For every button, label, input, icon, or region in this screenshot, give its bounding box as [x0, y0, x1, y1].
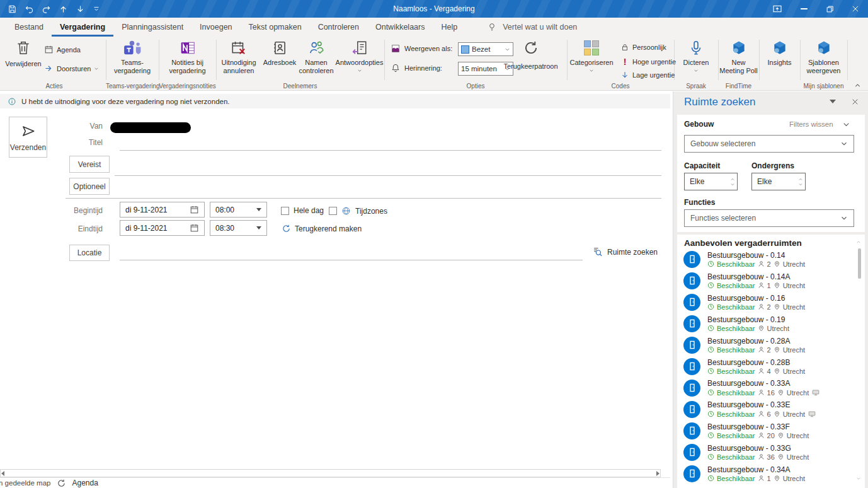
filters-wissen-button[interactable]: Filters wissen [789, 120, 833, 128]
tab-controleren[interactable]: Controleren [310, 18, 367, 37]
teams-vergadering-button[interactable]: Teams- vergadering [106, 40, 159, 76]
vereist-button[interactable]: Vereist [69, 156, 110, 173]
room-city: Utrecht [783, 475, 805, 482]
doorsturen-button[interactable]: Doorsturen [44, 64, 99, 73]
room-list-item[interactable]: Bestuursgebouw - 0.14A Beschikbaar 1 Utr… [677, 270, 856, 291]
move-up-icon[interactable] [59, 4, 68, 14]
verwijderen-button[interactable]: Verwijderen [4, 40, 43, 68]
hele-dag-checkbox[interactable]: Hele dag [281, 206, 324, 215]
room-list-item[interactable]: Bestuursgebouw - 0.19 Beschikbaar Utrech… [677, 313, 856, 334]
tab-planningassistent[interactable]: Planningassistent [113, 18, 191, 37]
save-icon[interactable] [8, 4, 17, 14]
vereist-input[interactable] [115, 175, 661, 176]
spinner-up-icon[interactable] [797, 177, 804, 182]
functies-select[interactable]: Functies selecteren [684, 209, 854, 227]
list-scrollbar-thumb[interactable] [858, 248, 861, 279]
list-scroll-down-button[interactable] [855, 476, 862, 481]
ondergrens-label: Ondergrens [751, 161, 794, 170]
dicteren-button[interactable]: Dicteren [674, 40, 718, 73]
begintijd-time-input[interactable]: 08:00 [210, 202, 267, 218]
eindtijd-date-input[interactable]: di 9-11-2021 [120, 220, 205, 236]
categoriseren-button[interactable]: Categoriseren [567, 40, 616, 73]
optioneel-input[interactable] [66, 198, 661, 199]
date-picker-icon[interactable] [190, 205, 199, 214]
notities-bij-vergadering-button[interactable]: Notities bij vergadering [159, 40, 216, 76]
room-list-item[interactable]: Bestuursgebouw - 0.33F Beschikbaar 20 Ut… [677, 420, 856, 441]
collapse-ribbon-button[interactable] [854, 82, 861, 89]
titel-input[interactable] [120, 150, 661, 151]
begintijd-date-input[interactable]: di 9-11-2021 [120, 202, 205, 218]
clock-icon [707, 282, 714, 289]
room-list-item[interactable]: Bestuursgebouw - 0.14 Beschikbaar 2 Utre… [677, 248, 856, 270]
persoonlijk-button[interactable]: Persoonlijk [620, 43, 666, 52]
undo-icon[interactable] [25, 4, 34, 14]
room-list-item[interactable]: Bestuursgebouw - 0.33E Beschikbaar 6 Utr… [677, 398, 856, 420]
spinner-down-icon[interactable] [797, 182, 804, 187]
room-list-item[interactable]: Bestuursgebouw - 0.33A Beschikbaar 16 Ut… [677, 377, 856, 398]
capaciteit-spinner[interactable]: Elke [684, 173, 738, 190]
close-button[interactable] [843, 0, 868, 18]
locatie-button[interactable]: Locatie [69, 245, 110, 261]
ribbon-display-options-button[interactable] [765, 0, 790, 18]
spinner-up-icon[interactable] [729, 177, 736, 182]
verzenden-button[interactable]: Verzenden [9, 117, 47, 158]
horizontal-scrollbar[interactable] [0, 469, 661, 477]
minimize-button[interactable] [791, 0, 816, 18]
agenda-folder-label[interactable]: Agenda [72, 479, 98, 487]
eindtijd-time-input[interactable]: 08:30 [210, 220, 267, 236]
antwoordopties-button[interactable]: Antwoordopties [334, 40, 384, 73]
ondergrens-spinner[interactable]: Elke [751, 173, 806, 190]
locatie-input[interactable] [120, 260, 583, 260]
collapse-filters-button[interactable] [842, 120, 850, 129]
room-list-item[interactable]: Bestuursgebouw - 0.28B Beschikbaar 4 Utr… [677, 356, 856, 377]
hoge-urgentie-button[interactable]: ! Hoge urgentie [620, 57, 676, 67]
tell-me-box[interactable]: Vertel wat u wilt doen [487, 22, 577, 32]
panel-close-button[interactable] [851, 98, 859, 106]
optioneel-button[interactable]: Optioneel [69, 178, 110, 195]
tab-help[interactable]: Help [433, 18, 465, 37]
customize-qat-icon[interactable] [93, 5, 100, 13]
tab-invoegen[interactable]: Invoegen [191, 18, 240, 37]
scroll-left-arrow[interactable] [1, 471, 4, 476]
date-picker-icon[interactable] [190, 223, 199, 233]
show-as-icon [391, 44, 401, 54]
gebouw-select[interactable]: Gebouw selecteren [684, 135, 854, 153]
room-list-item[interactable]: Bestuursgebouw - 0.33G Beschikbaar 36 Ut… [677, 441, 856, 463]
uitnodiging-annuleren-button[interactable]: Uitnodiging annuleren [216, 40, 261, 76]
agenda-button[interactable]: Agenda [44, 45, 81, 54]
new-meeting-poll-button[interactable]: New Meeting Poll [718, 40, 759, 76]
tijdzones-checkbox[interactable]: Tijdzones [329, 206, 387, 216]
dropdown-arrow-icon[interactable] [256, 208, 261, 211]
clock-icon [707, 432, 714, 439]
room-list-item[interactable]: Bestuursgebouw - 0.16 Beschikbaar 2 Utre… [677, 291, 856, 313]
dropdown-arrow-icon[interactable] [256, 226, 261, 229]
room-status: Beschikbaar [717, 282, 755, 289]
sjablonen-weergeven-button[interactable]: Sjablonen weergeven [800, 40, 847, 76]
tell-me-label: Vertel wat u wilt doen [503, 23, 577, 32]
terugkeerpatroon-button[interactable]: Terugkeerpatroon [494, 40, 567, 71]
panel-dropdown-icon [830, 100, 836, 103]
gebouw-label: Gebouw [684, 120, 714, 129]
spinner-down-icon[interactable] [729, 182, 736, 187]
ruimte-zoeken-button[interactable]: Ruimte zoeken [592, 247, 658, 257]
namen-controleren-button[interactable]: Namen controleren [298, 40, 334, 76]
lage-urgentie-button[interactable]: Lage urgentie [620, 71, 675, 79]
restore-button[interactable] [817, 0, 842, 18]
insights-button[interactable]: Insights [759, 40, 800, 67]
redo-icon[interactable] [42, 4, 51, 14]
list-scroll-up-button[interactable] [855, 240, 862, 245]
tab-bestand[interactable]: Bestand [6, 18, 52, 37]
vereist-label: Vereist [78, 160, 101, 169]
scroll-right-arrow[interactable] [656, 471, 660, 476]
room-list-item[interactable]: Bestuursgebouw - 0.28A Beschikbaar 2 Utr… [677, 334, 856, 356]
terugkerend-maken-link[interactable]: Terugkerend maken [282, 224, 362, 233]
tab-tekst-opmaken[interactable]: Tekst opmaken [241, 18, 310, 37]
move-down-icon[interactable] [76, 4, 85, 14]
room-list-item[interactable]: Bestuursgebouw - 0.34A Beschikbaar 1 Utr… [677, 463, 856, 484]
tab-ontwikkelaars[interactable]: Ontwikkelaars [367, 18, 433, 37]
tab-vergadering[interactable]: Vergadering [52, 18, 113, 37]
room-city: Utrecht [783, 282, 805, 289]
panel-menu-button[interactable] [830, 100, 836, 103]
adresboek-button[interactable]: Adresboek [261, 40, 298, 67]
room-city: Utrecht [767, 325, 789, 332]
